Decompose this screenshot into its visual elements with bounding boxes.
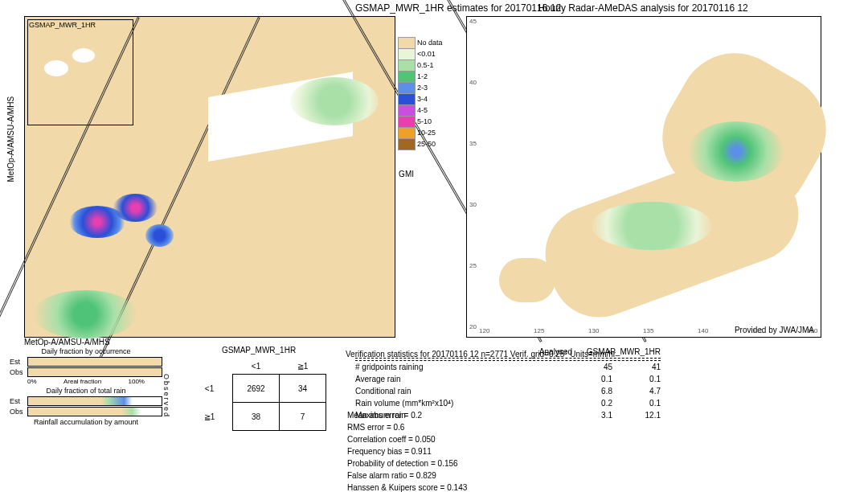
ct-col1: <1 (233, 358, 280, 375)
precip-blob (592, 202, 712, 250)
legend-swatch (398, 127, 416, 139)
occurrence-title: Daily fraction by occurrence (10, 347, 162, 355)
legend-swatch (398, 37, 416, 49)
verif-row: Conditional rain6.84.7 (355, 385, 661, 397)
legend-label: 4-5 (417, 106, 428, 114)
provided-label: Provided by JWA/JMA (735, 326, 814, 334)
legend-label: <0.01 (417, 50, 436, 58)
precip-blob (290, 77, 379, 125)
ct-cell: 38 (233, 403, 280, 431)
lower-panel: Daily fraction by occurrence Est Obs 0%A… (10, 346, 858, 492)
legend-item: 5-10 (398, 116, 444, 127)
verif-row: # gridpoints raining4541 (355, 361, 661, 373)
tick-x: 140 (698, 327, 708, 334)
legend-item: 25-50 (398, 138, 444, 150)
legend-item: <0.01 (398, 48, 444, 59)
inset-title: GSMAP_MWR_1HR (28, 20, 133, 30)
coverage-area (499, 258, 555, 302)
color-legend: No data<0.010.5-11-22-33-44-55-1010-2525… (398, 37, 444, 150)
est-bar (27, 357, 162, 367)
ct-grid: <1≧1 <1269234 ≧1387 (186, 358, 326, 431)
verif-label: # gridpoints raining (355, 363, 564, 371)
legend-label: 3-4 (417, 95, 428, 103)
accum-title: Rainfall accumulation by amount (10, 418, 162, 426)
tick-y: 35 (469, 140, 477, 147)
est-label: Est (10, 358, 27, 366)
legend-item: 4-5 (398, 105, 444, 116)
verif-b: 0.1 (612, 375, 661, 383)
est-label: Est (10, 397, 27, 405)
metric-line: False alarm ratio = 0.829 (347, 469, 532, 482)
scale-0: 0% (27, 378, 37, 385)
verif-row: Rain volume (mm*km²x10⁴)0.20.1 (355, 397, 661, 409)
verif-label: Rain volume (mm*km²x10⁴) (355, 399, 564, 408)
obs-bar (27, 367, 162, 377)
scale-100: 100% (129, 378, 145, 385)
metric-line: Probability of detection = 0.156 (347, 457, 532, 469)
tick-y: 45 (469, 18, 477, 25)
precip-blob (113, 194, 158, 222)
tick-y: 20 (469, 323, 477, 330)
metric-line: Mean abs error = 0.2 (347, 409, 532, 421)
legend-label: 0.5-1 (417, 61, 434, 69)
tick-y: 25 (469, 262, 477, 269)
legend-label: 2-3 (417, 84, 428, 92)
legend-item: No data (398, 37, 444, 48)
verif-a: 0.2 (564, 399, 612, 408)
verif-b: 12.1 (612, 411, 661, 420)
verif-b: 41 (612, 363, 661, 371)
tick-x: 135 (643, 327, 653, 334)
scale-lbl: Areal fraction (63, 378, 101, 385)
total-title: Daily fraction of total rain (10, 387, 162, 395)
verif-row: Average rain0.10.1 (355, 373, 661, 385)
right-map: Provided by JWA/JMA 12012513013514014515… (466, 16, 821, 338)
metrics-list: Mean abs error = 0.2RMS error = 0.6Corre… (347, 409, 532, 492)
precip-blob (145, 224, 174, 247)
legend-label: 25-50 (417, 140, 436, 148)
inset-cloud (72, 48, 95, 63)
legend-item: 3-4 (398, 93, 444, 105)
tick-x: 150 (807, 327, 817, 334)
tick-y: 30 (469, 201, 477, 208)
obs-bar (27, 407, 162, 416)
metric-line: Frequency bias = 0.911 (347, 445, 532, 457)
gmi-label: GMI (399, 170, 414, 178)
legend-swatch (398, 116, 416, 128)
verif-b: 0.1 (612, 399, 661, 408)
precip-blob (688, 121, 784, 182)
verif-a: 3.1 (564, 411, 612, 420)
ct-cell: 7 (280, 403, 326, 431)
metric-line: RMS error = 0.6 (347, 421, 532, 433)
ct-title: GSMAP_MWR_1HR (186, 346, 331, 355)
legend-label: 5-10 (417, 117, 432, 125)
legend-item: 0.5-1 (398, 59, 444, 71)
legend-swatch (398, 82, 416, 94)
ct-row2: ≧1 (186, 403, 233, 431)
legend-label: No data (417, 39, 443, 47)
verif-a: 45 (564, 363, 612, 371)
ct-cell: 2692 (233, 375, 280, 403)
ct-col2: ≧1 (280, 358, 326, 375)
metric-line: Correlation coeff = 0.050 (347, 433, 532, 445)
fraction-bars: Daily fraction by occurrence Est Obs 0%A… (10, 346, 162, 428)
observed-axis-label: Observed (162, 374, 170, 430)
tick-x: 130 (588, 327, 599, 334)
tick-x: 125 (534, 327, 544, 334)
verif-title: Verification statistics for 20170116 12 … (346, 350, 616, 359)
left-map: MetOp-A/AMSU-A/MHS GSMAP_MWR_1HR ANAL GM… (24, 16, 395, 338)
inset-cloud (44, 60, 68, 76)
left-map-ylabel: MetOp-A/AMSU-A/MHS (6, 96, 15, 182)
tick-y: 40 (469, 79, 477, 86)
tick-x: 145 (752, 327, 763, 334)
verif-label: Average rain (355, 375, 564, 383)
legend-item: 2-3 (398, 82, 444, 93)
legend-label: 1-2 (417, 72, 428, 80)
page: GSMAP_MWR_1HR estimates for 20170116 12 … (0, 0, 868, 492)
legend-label: 10-25 (417, 129, 436, 137)
legend-swatch (398, 138, 416, 150)
legend-item: 1-2 (398, 71, 444, 82)
verif-a: 6.8 (564, 387, 612, 396)
verif-b: 4.7 (612, 387, 661, 396)
legend-item: 10-25 (398, 127, 444, 138)
legend-swatch (398, 105, 416, 117)
